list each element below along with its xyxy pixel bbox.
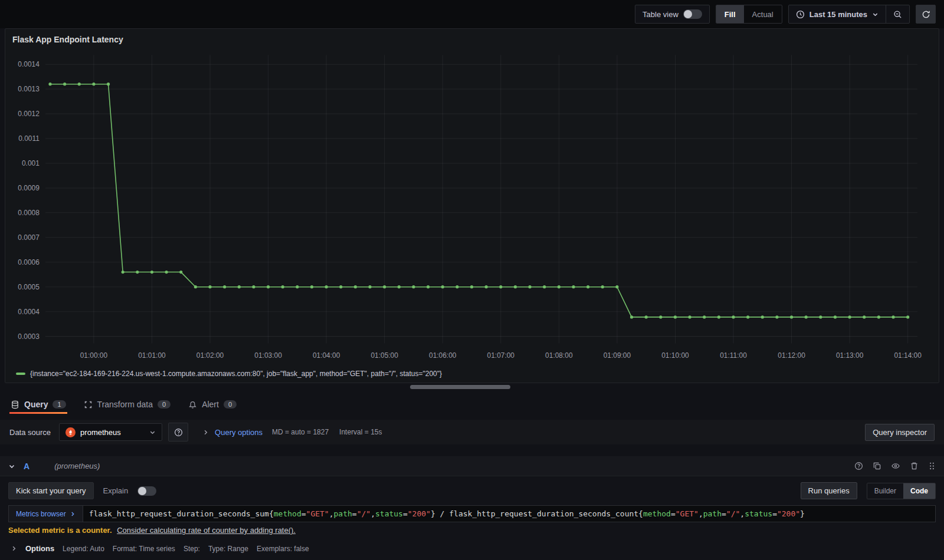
chart-legend: {instance="ec2-184-169-216-224.us-west-1… (11, 368, 933, 380)
svg-text:01:04:00: 01:04:00 (313, 351, 340, 360)
interval-info: Interval = 15s (339, 428, 382, 436)
editor-tabs: Query 1 Transform data 0 Alert 0 (0, 390, 944, 414)
svg-text:01:01:00: 01:01:00 (138, 351, 166, 360)
chevron-right-icon[interactable] (11, 545, 17, 552)
tab-transform-label: Transform data (97, 400, 153, 409)
svg-text:0.001: 0.001 (22, 159, 40, 167)
duplicate-icon[interactable] (873, 462, 881, 470)
chevron-down-icon (872, 11, 879, 18)
datasource-picker[interactable]: prometheus (59, 423, 162, 441)
table-view-label: Table view (643, 10, 678, 19)
trash-icon[interactable] (910, 462, 919, 470)
fill-actual-group: Fill Actual (716, 5, 782, 24)
zoom-out-button[interactable] (886, 5, 909, 23)
warning-text: Selected metric is a counter. (8, 526, 112, 535)
metrics-browser-label: Metrics browser (16, 510, 66, 518)
chevron-down-icon (149, 429, 156, 436)
option-step: Step: (183, 545, 200, 553)
query-options-toggle[interactable]: Query options (202, 428, 263, 437)
builder-code-group: Builder Code (867, 483, 936, 499)
tab-alert-label: Alert (202, 400, 219, 409)
time-range-group: Last 15 minutes (788, 5, 910, 24)
legend-series-mark (16, 373, 25, 375)
datasource-row: Data source prometheus Query options MD … (0, 420, 944, 444)
actual-button[interactable]: Actual (744, 5, 782, 23)
option-type: Type: Range (208, 545, 248, 553)
query-editor-toolbar: Kick start your query Explain Run querie… (0, 476, 944, 504)
query-row-actions (854, 462, 936, 470)
table-view-toggle-container[interactable]: Table view (635, 5, 709, 23)
query-datasource-hint: (prometheus) (54, 462, 100, 470)
tab-query[interactable]: Query 1 (9, 395, 67, 414)
query-inspector-button[interactable]: Query inspector (865, 424, 935, 441)
promql-query-input[interactable]: flask_http_request_duration_seconds_sum{… (83, 505, 936, 522)
option-exemplars: Exemplars: false (257, 545, 309, 553)
clock-icon (796, 10, 805, 19)
tab-transform-data[interactable]: Transform data 0 (83, 395, 172, 414)
refresh-icon (922, 10, 930, 19)
latency-chart[interactable]: 0.00140.00130.00120.00110.0010.00090.000… (11, 47, 933, 368)
datasource-value: prometheus (80, 428, 145, 437)
code-button[interactable]: Code (903, 483, 935, 499)
options-label[interactable]: Options (25, 544, 54, 553)
eye-icon[interactable] (891, 462, 900, 470)
zoom-out-icon (893, 10, 902, 19)
timeseries-panel: Flask App Endpoint Latency 0.00140.00130… (5, 28, 939, 383)
option-format: Format: Time series (113, 545, 175, 553)
explain-toggle[interactable] (137, 486, 156, 496)
query-options-summary: Options Legend: Auto Format: Time series… (0, 536, 944, 560)
fill-button[interactable]: Fill (716, 5, 744, 23)
warning-rate-link[interactable]: Consider calculating rate of counter by … (117, 526, 296, 535)
query-ref-id: A (24, 462, 30, 471)
question-circle-icon (174, 428, 183, 437)
chevron-right-icon (202, 429, 209, 436)
svg-text:01:11:00: 01:11:00 (720, 351, 747, 360)
svg-text:01:02:00: 01:02:00 (196, 351, 224, 360)
builder-button[interactable]: Builder (867, 483, 903, 499)
panel-title: Flask App Endpoint Latency (11, 34, 933, 47)
query-row-header[interactable]: A (prometheus) (0, 456, 944, 476)
svg-text:0.0011: 0.0011 (18, 134, 40, 143)
tab-alert-badge: 0 (224, 400, 237, 409)
datasource-help-button[interactable] (168, 423, 188, 442)
tab-query-label: Query (24, 400, 48, 409)
run-queries-button[interactable]: Run queries (801, 482, 857, 499)
svg-text:01:08:00: 01:08:00 (545, 351, 573, 360)
help-circle-icon[interactable] (854, 462, 863, 470)
bell-icon (188, 400, 197, 409)
svg-text:0.0009: 0.0009 (18, 184, 40, 192)
kick-start-query-button[interactable]: Kick start your query (8, 482, 94, 499)
svg-text:01:00:00: 01:00:00 (80, 351, 108, 360)
svg-text:0.0005: 0.0005 (18, 283, 40, 291)
svg-text:01:05:00: 01:05:00 (371, 351, 398, 360)
scrollbar-handle[interactable] (410, 385, 510, 389)
tab-alert[interactable]: Alert 0 (187, 395, 238, 414)
query-options-label: Query options (215, 428, 263, 437)
svg-text:01:06:00: 01:06:00 (429, 351, 457, 360)
metrics-browser-button[interactable]: Metrics browser (8, 505, 83, 522)
legend-series-label[interactable]: {instance="ec2-184-169-216-224.us-west-1… (30, 370, 442, 378)
svg-text:0.0006: 0.0006 (18, 258, 40, 266)
svg-text:0.0013: 0.0013 (18, 85, 40, 93)
svg-text:0.0008: 0.0008 (18, 209, 40, 217)
explain-label: Explain (103, 486, 129, 495)
time-range-picker[interactable]: Last 15 minutes (789, 5, 886, 23)
tab-transform-badge: 0 (158, 400, 171, 409)
svg-text:01:14:00: 01:14:00 (894, 351, 922, 360)
svg-text:01:09:00: 01:09:00 (604, 351, 631, 360)
option-legend: Legend: Auto (63, 545, 104, 553)
svg-text:01:10:00: 01:10:00 (661, 351, 689, 360)
counter-warning: Selected metric is a counter. Consider c… (0, 522, 944, 536)
table-view-toggle[interactable] (683, 9, 702, 19)
table-view-group: Table view (635, 5, 710, 24)
collapse-chevron-icon[interactable] (8, 463, 15, 470)
svg-text:0.0004: 0.0004 (18, 308, 40, 316)
chart-area[interactable]: 0.00140.00130.00120.00110.0010.00090.000… (11, 47, 933, 368)
datasource-label: Data source (9, 428, 51, 437)
drag-handle-icon[interactable] (928, 462, 936, 470)
svg-text:0.0003: 0.0003 (18, 332, 40, 341)
refresh-button[interactable] (916, 5, 936, 24)
metrics-row: Metrics browser flask_http_request_durat… (8, 505, 936, 522)
horizontal-scrollbar (0, 383, 944, 390)
svg-text:01:13:00: 01:13:00 (836, 351, 864, 360)
